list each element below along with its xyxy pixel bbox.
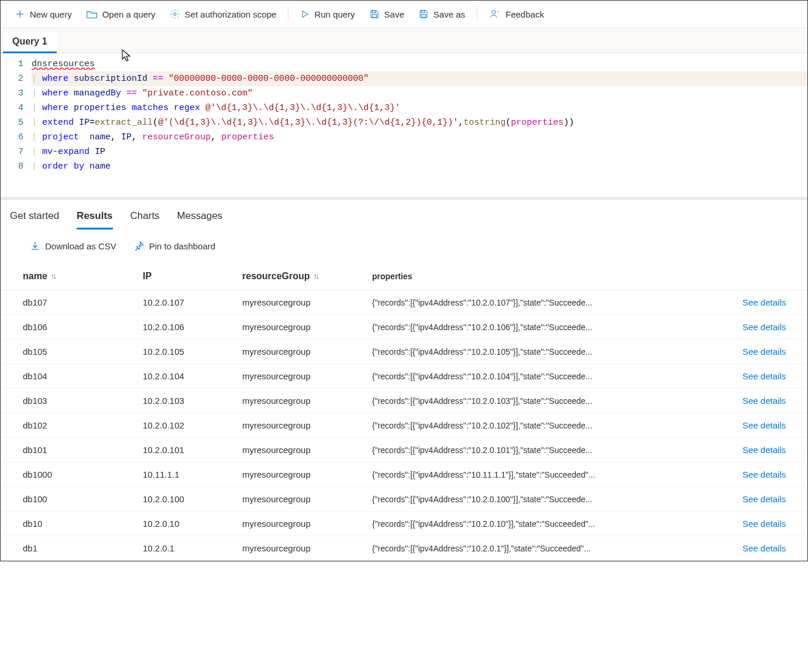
tab-get-started[interactable]: Get started	[10, 208, 59, 229]
table-header-row: name ↑↓ IP resourceGroup ↑↓ properties	[1, 262, 807, 290]
see-details-link[interactable]: See details	[742, 445, 786, 455]
cell-ip: 10.11.1.1	[143, 469, 242, 479]
set-scope-button[interactable]: Set authorization scope	[163, 5, 284, 23]
see-details-link[interactable]: See details	[742, 371, 786, 381]
cell-ip: 10.2.0.10	[143, 519, 242, 529]
code-line[interactable]: dnsresources	[32, 57, 807, 71]
table-row[interactable]: db10010.2.0.100myresourcegroup{"records"…	[1, 487, 807, 512]
table-row[interactable]: db110.2.0.1myresourcegroup{"records":[{"…	[1, 536, 807, 561]
line-number: 8	[18, 159, 23, 174]
column-header-ip[interactable]: IP	[143, 271, 242, 282]
code-line[interactable]: | order by name	[32, 159, 807, 174]
svg-rect-4	[372, 11, 376, 13]
code-editor[interactable]: 12345678 dnsresources| where subscriptio…	[1, 53, 807, 197]
cell-resourcegroup: myresourcegroup	[242, 543, 372, 553]
cell-ip: 10.2.0.103	[143, 396, 242, 406]
new-query-button[interactable]: New query	[8, 5, 79, 23]
run-query-button[interactable]: Run query	[293, 6, 362, 23]
cell-ip: 10.2.0.102	[143, 420, 242, 430]
svg-point-8	[492, 11, 496, 14]
code-line[interactable]: | extend IP=extract_all(@'(\d{1,3}\.\d{1…	[32, 115, 807, 130]
see-details-link[interactable]: See details	[742, 297, 786, 307]
table-row[interactable]: db100010.11.1.1myresourcegroup{"records"…	[1, 462, 807, 487]
see-details-link[interactable]: See details	[742, 519, 786, 529]
svg-rect-7	[421, 15, 426, 18]
line-number: 6	[18, 130, 23, 145]
save-label: Save	[384, 9, 404, 19]
code-line[interactable]: | mv-expand IP	[32, 145, 807, 159]
cell-properties: {"records":[{"ipv4Address":"10.2.0.100"}…	[372, 495, 742, 504]
code-line[interactable]: | where managedBy == "private.contoso.co…	[32, 86, 807, 101]
tab-results[interactable]: Results	[77, 208, 112, 229]
column-header-properties[interactable]: properties	[372, 272, 742, 281]
cell-ip: 10.2.0.1	[143, 543, 242, 553]
cell-name: db10	[23, 519, 143, 529]
cell-resourcegroup: myresourcegroup	[242, 519, 372, 529]
tab-charts[interactable]: Charts	[130, 208, 160, 229]
table-row[interactable]: db10410.2.0.104myresourcegroup{"records"…	[1, 364, 807, 389]
see-details-link[interactable]: See details	[742, 396, 786, 406]
cell-resourcegroup: myresourcegroup	[242, 445, 372, 455]
app-window: New query Open a query Set authorization…	[0, 0, 808, 561]
table-row[interactable]: db10510.2.0.105myresourcegroup{"records"…	[1, 340, 807, 364]
cell-name: db107	[23, 297, 143, 307]
pin-icon	[134, 241, 145, 251]
cell-name: db101	[23, 445, 143, 455]
open-query-button[interactable]: Open a query	[79, 5, 163, 23]
open-query-label: Open a query	[102, 9, 156, 19]
table-row[interactable]: db10610.2.0.106myresourcegroup{"records"…	[1, 315, 807, 340]
see-details-link[interactable]: See details	[742, 347, 786, 356]
table-row[interactable]: db10310.2.0.103myresourcegroup{"records"…	[1, 389, 807, 413]
pin-dashboard-label: Pin to dashboard	[149, 241, 215, 251]
line-number: 2	[18, 71, 23, 86]
set-scope-label: Set authorization scope	[185, 9, 277, 19]
column-header-resourcegroup[interactable]: resourceGroup ↑↓	[242, 271, 372, 282]
cell-name: db104	[23, 371, 143, 381]
save-button[interactable]: Save	[362, 5, 411, 23]
toolbar: New query Open a query Set authorization…	[1, 1, 807, 28]
cell-name: db106	[23, 322, 143, 332]
see-details-link[interactable]: See details	[742, 543, 786, 553]
tab-query-1[interactable]: Query 1	[3, 32, 57, 53]
table-row[interactable]: db10710.2.0.107myresourcegroup{"records"…	[1, 290, 807, 315]
result-actions: Download as CSV Pin to dashboard	[1, 229, 807, 262]
line-number: 4	[18, 101, 23, 115]
pin-dashboard-button[interactable]: Pin to dashboard	[130, 240, 219, 252]
cell-resourcegroup: myresourcegroup	[242, 494, 372, 504]
cell-resourcegroup: myresourcegroup	[242, 469, 372, 479]
see-details-link[interactable]: See details	[742, 322, 786, 332]
cell-properties: {"records":[{"ipv4Address":"10.2.0.106"}…	[372, 323, 742, 332]
cell-ip: 10.2.0.104	[143, 371, 242, 381]
see-details-link[interactable]: See details	[742, 469, 786, 479]
download-icon	[30, 241, 40, 251]
column-header-name[interactable]: name ↑↓	[23, 271, 143, 282]
cell-ip: 10.2.0.100	[143, 494, 242, 504]
cell-properties: {"records":[{"ipv4Address":"10.2.0.104"}…	[372, 372, 742, 381]
result-tabs: Get started Results Charts Messages	[1, 200, 807, 229]
cell-properties: {"records":[{"ipv4Address":"10.2.0.103"}…	[372, 396, 742, 406]
cell-resourcegroup: myresourcegroup	[242, 371, 372, 381]
code-line[interactable]: | where properties matches regex @'\d{1,…	[32, 101, 807, 115]
see-details-link[interactable]: See details	[742, 420, 786, 430]
svg-point-2	[173, 13, 176, 16]
code-line[interactable]: | project name, IP, resourceGroup, prope…	[32, 130, 807, 145]
code-line[interactable]: | where subscriptionId == "00000000-0000…	[32, 71, 807, 86]
tab-messages[interactable]: Messages	[177, 208, 222, 229]
code-content[interactable]: dnsresources| where subscriptionId == "0…	[32, 57, 807, 174]
table-row[interactable]: db10210.2.0.102myresourcegroup{"records"…	[1, 413, 807, 438]
table-row[interactable]: db10110.2.0.101myresourcegroup{"records"…	[1, 438, 807, 462]
feedback-button[interactable]: Feedback	[482, 5, 551, 23]
table-row[interactable]: db1010.2.0.10myresourcegroup{"records":[…	[1, 512, 807, 536]
save-as-icon	[418, 9, 429, 19]
save-as-button[interactable]: Save as	[411, 5, 472, 23]
svg-rect-5	[372, 15, 377, 18]
plus-icon	[15, 9, 25, 19]
cell-ip: 10.2.0.106	[143, 322, 242, 332]
toolbar-separator	[288, 6, 288, 22]
cell-properties: {"records":[{"ipv4Address":"10.2.0.10"}]…	[372, 519, 742, 529]
see-details-link[interactable]: See details	[742, 494, 786, 504]
download-csv-label: Download as CSV	[45, 241, 116, 251]
feedback-label: Feedback	[506, 9, 544, 19]
download-csv-button[interactable]: Download as CSV	[26, 240, 120, 252]
cell-ip: 10.2.0.101	[143, 445, 242, 455]
